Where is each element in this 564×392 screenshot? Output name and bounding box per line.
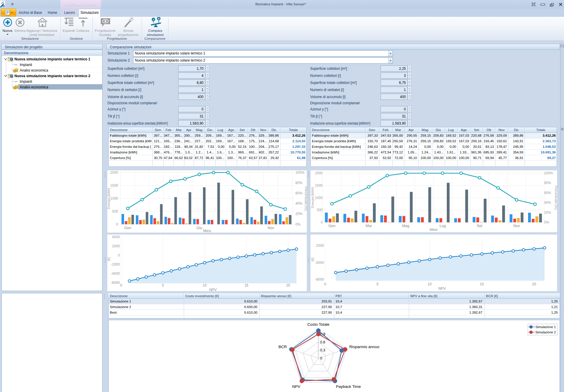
svg-text:20: 20 — [286, 283, 290, 287]
svg-text:Nov: Nov — [513, 224, 520, 228]
svg-text:Mag: Mag — [402, 224, 409, 228]
svg-text:5: 5 — [162, 283, 164, 287]
svg-text:15: 15 — [480, 282, 484, 286]
svg-text:20%: 20% — [544, 211, 551, 215]
svg-text:Percentuale [%]: Percentuale [%] — [304, 186, 307, 210]
svg-text:Simulazione 2: Simulazione 2 — [535, 330, 556, 334]
svg-text:Nov: Nov — [268, 226, 274, 230]
svg-text:0%: 0% — [295, 222, 301, 226]
svg-text:80%: 80% — [544, 181, 551, 185]
svg-text:100%: 100% — [295, 171, 305, 175]
svg-text:2000: 2000 — [112, 244, 120, 248]
svg-text:1000: 1000 — [315, 196, 323, 200]
svg-text:0,6: 0,6 — [320, 340, 325, 344]
svg-text:NPV: NPV — [438, 287, 446, 291]
svg-text:Energia [kWh]: Energia [kWh] — [107, 188, 110, 209]
svg-text:Risparmio annuo: Risparmio annuo — [349, 345, 379, 349]
svg-text:500: 500 — [317, 208, 323, 212]
svg-text:Energia [kWh]: Energia [kWh] — [311, 187, 314, 208]
svg-text:Mar: Mar — [365, 224, 372, 228]
svg-text:0: 0 — [118, 253, 120, 257]
svg-text:1500: 1500 — [315, 183, 323, 188]
svg-text:20: 20 — [532, 282, 536, 286]
svg-text:0: 0 — [116, 222, 118, 226]
svg-text:[€]: [€] — [107, 257, 110, 261]
svg-text:0: 0 — [324, 282, 326, 286]
svg-text:0: 0 — [320, 356, 322, 360]
svg-text:Gen: Gen — [328, 224, 335, 228]
svg-text:-3000: -3000 — [315, 261, 324, 265]
svg-text:1500: 1500 — [110, 183, 118, 188]
svg-text:80%: 80% — [295, 181, 302, 185]
svg-text:BCR: BCR — [278, 345, 287, 349]
svg-text:500: 500 — [112, 209, 118, 214]
svg-text:[€]: [€] — [311, 258, 314, 261]
svg-text:Set: Set — [477, 224, 482, 228]
svg-text:10: 10 — [203, 283, 207, 287]
svg-text:4000: 4000 — [112, 235, 120, 239]
svg-text:2000: 2000 — [110, 171, 118, 175]
svg-text:40%: 40% — [295, 201, 302, 206]
svg-text:100%: 100% — [544, 171, 553, 175]
svg-text:60%: 60% — [295, 191, 302, 195]
svg-text:20%: 20% — [295, 212, 302, 216]
svg-text:0,3: 0,3 — [320, 348, 325, 352]
svg-text:0,9: 0,9 — [320, 332, 325, 336]
svg-text:5: 5 — [376, 282, 378, 286]
svg-text:2000: 2000 — [315, 171, 323, 175]
svg-text:Mesi: Mesi — [203, 229, 211, 233]
svg-text:-4000: -4000 — [111, 272, 120, 276]
svg-text:Costo Totale: Costo Totale — [307, 322, 330, 327]
svg-text:-6000: -6000 — [111, 281, 120, 285]
svg-text:Mesi: Mesi — [430, 228, 437, 232]
svg-text:Giu: Giu — [196, 226, 202, 230]
svg-text:Payback Time: Payback Time — [336, 384, 361, 389]
svg-text:A: A — [153, 19, 154, 21]
svg-text:Percentuale [%]: Percentuale [%] — [554, 186, 558, 209]
svg-text:-8000: -8000 — [315, 277, 324, 282]
svg-text:15: 15 — [244, 283, 249, 287]
svg-text:0: 0 — [120, 283, 122, 287]
svg-text:10: 10 — [428, 282, 432, 286]
svg-text:1000: 1000 — [110, 196, 118, 201]
svg-text:2000: 2000 — [316, 244, 324, 248]
svg-text:60%: 60% — [544, 191, 551, 195]
svg-text:Gen: Gen — [124, 226, 131, 230]
svg-text:Lug: Lug — [440, 224, 446, 228]
svg-text:Simulazione 1: Simulazione 1 — [535, 325, 556, 329]
svg-text:-2000: -2000 — [111, 262, 120, 267]
svg-text:0%: 0% — [544, 220, 549, 224]
svg-text:NPV: NPV — [292, 384, 300, 389]
svg-text:B: B — [158, 18, 159, 20]
svg-text:40%: 40% — [544, 201, 551, 205]
svg-text:NPV: NPV — [209, 288, 217, 292]
